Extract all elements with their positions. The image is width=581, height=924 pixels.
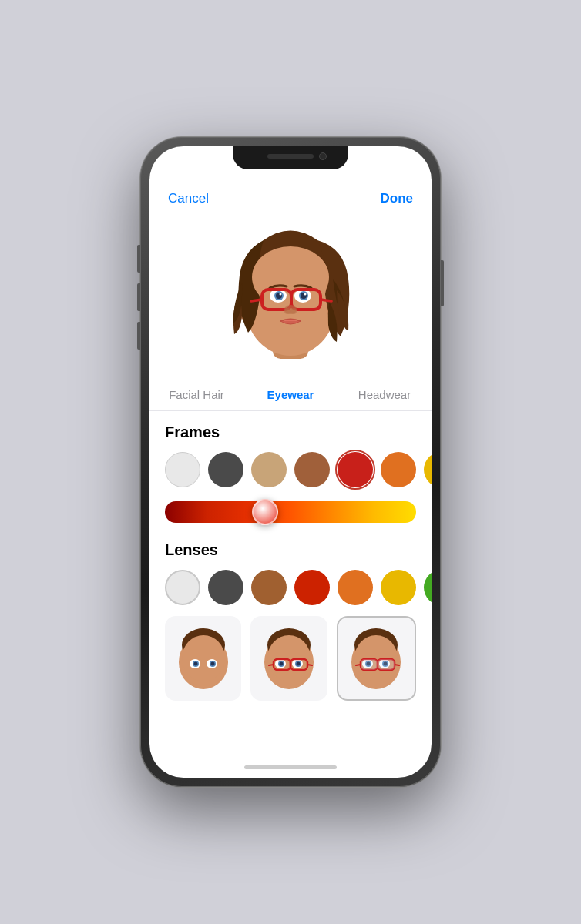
- svg-line-17: [251, 300, 262, 301]
- screen-content: Cancel Done: [149, 146, 432, 778]
- style-option-red-glasses[interactable]: [250, 616, 327, 701]
- lens-color-dark-gray[interactable]: [208, 570, 243, 605]
- frame-color-red[interactable]: [338, 452, 373, 487]
- frame-color-tan[interactable]: [251, 452, 287, 487]
- tab-headwear[interactable]: Headwear: [338, 383, 432, 406]
- svg-point-39: [296, 662, 300, 666]
- frames-title: Frames: [165, 424, 416, 441]
- frame-color-brown[interactable]: [294, 452, 330, 487]
- svg-point-30: [210, 662, 214, 666]
- svg-rect-58: [378, 659, 395, 670]
- cancel-button[interactable]: Cancel: [168, 191, 209, 206]
- speaker: [267, 154, 314, 159]
- lens-color-orange[interactable]: [338, 570, 373, 605]
- lens-color-green[interactable]: [424, 570, 432, 605]
- frames-section: Frames: [165, 424, 416, 526]
- frame-color-yellow[interactable]: [424, 452, 432, 487]
- phone-screen: Cancel Done: [149, 146, 432, 778]
- svg-point-20: [284, 308, 290, 314]
- lenses-title: Lenses: [165, 541, 416, 559]
- memoji-avatar: [217, 217, 364, 363]
- tab-facial-hair[interactable]: Facial Hair: [149, 383, 243, 406]
- svg-line-56: [395, 665, 399, 665]
- svg-point-13: [304, 293, 307, 296]
- phone-device: Cancel Done: [140, 137, 441, 787]
- svg-line-18: [321, 300, 331, 301]
- svg-point-12: [280, 293, 282, 296]
- svg-point-29: [193, 662, 197, 666]
- tab-eyewear[interactable]: Eyewear: [243, 383, 338, 406]
- notch: [233, 146, 348, 169]
- avatar-area: [149, 209, 432, 379]
- frame-color-orange[interactable]: [381, 452, 416, 487]
- svg-rect-57: [361, 659, 378, 670]
- style-options-row: [165, 616, 416, 707]
- frame-color-dark-gray[interactable]: [208, 452, 243, 487]
- lens-color-brown[interactable]: [251, 570, 287, 605]
- category-tabs: Facial Hair Eyewear Headwear: [149, 379, 432, 411]
- svg-point-21: [290, 308, 297, 314]
- home-bar: [244, 765, 337, 769]
- color-slider-container: [165, 498, 416, 526]
- svg-line-42: [269, 665, 274, 665]
- navigation-header: Cancel Done: [149, 185, 432, 209]
- frames-color-row: [165, 452, 416, 487]
- svg-point-38: [279, 662, 283, 666]
- style-option-reading[interactable]: [337, 616, 416, 701]
- home-indicator: [149, 756, 432, 778]
- lens-color-clear[interactable]: [165, 570, 200, 605]
- customization-panel: Frames: [149, 411, 432, 756]
- svg-line-43: [307, 665, 312, 665]
- lens-color-yellow[interactable]: [381, 570, 416, 605]
- done-button[interactable]: Done: [381, 191, 414, 206]
- color-slider-track[interactable]: [165, 501, 416, 523]
- color-slider-thumb[interactable]: [252, 499, 278, 525]
- lenses-section: Lenses: [165, 541, 416, 605]
- svg-line-55: [356, 665, 361, 665]
- svg-point-24: [182, 635, 225, 681]
- style-option-none[interactable]: [165, 616, 241, 701]
- lenses-color-row: [165, 570, 416, 605]
- camera: [319, 152, 327, 160]
- frame-color-white[interactable]: [165, 452, 200, 487]
- lens-color-red[interactable]: [294, 570, 330, 605]
